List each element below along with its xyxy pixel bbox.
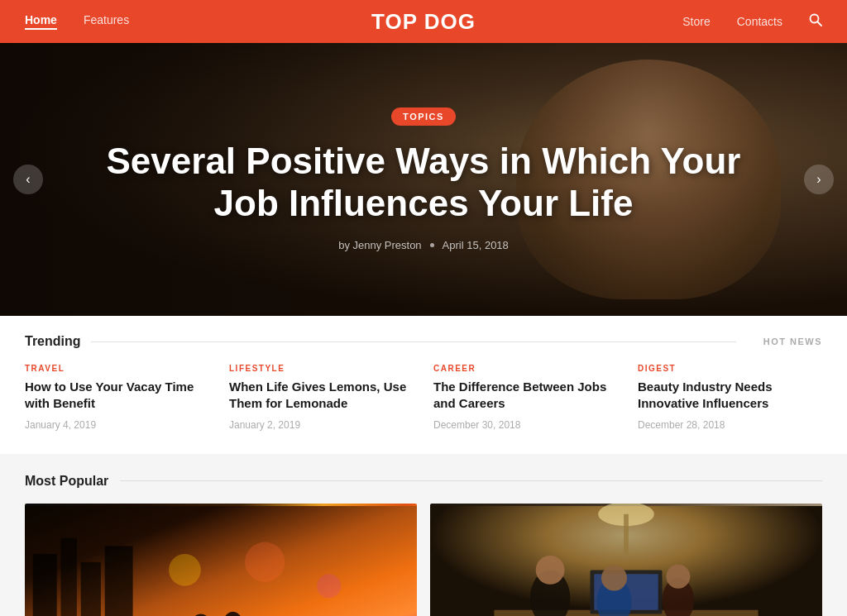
hero-next-icon: › — [816, 172, 821, 187]
trending-category-3: DIGEST — [638, 364, 822, 373]
svg-point-9 — [317, 574, 341, 598]
svg-rect-4 — [61, 537, 77, 616]
trending-card-1[interactable]: LIFESTYLE When Life Gives Lemons, Use Th… — [229, 364, 414, 431]
most-popular-title: Most Popular — [25, 474, 108, 489]
svg-point-22 — [536, 555, 565, 584]
trending-date-1: January 2, 2019 — [229, 419, 414, 431]
trending-title-2: The Difference Between Jobs and Careers — [433, 379, 618, 413]
hero-prev-button[interactable]: ‹ — [13, 165, 43, 194]
trending-date-2: December 30, 2018 — [433, 419, 618, 431]
svg-rect-5 — [81, 561, 101, 616]
trending-card-2[interactable]: CAREER The Difference Between Jobs and C… — [433, 364, 618, 431]
nav-left: Home Features — [25, 13, 129, 30]
svg-rect-3 — [33, 554, 57, 616]
popular-card-0[interactable] — [25, 504, 417, 617]
popular-card-1[interactable] — [430, 504, 822, 617]
header: Home Features TOP DOG Store Contacts — [0, 0, 847, 43]
svg-rect-6 — [105, 546, 133, 616]
svg-point-8 — [245, 542, 285, 581]
hero-author: by Jenny Preston — [338, 239, 421, 251]
popular-card-image-1 — [430, 504, 822, 617]
trending-date-3: December 28, 2018 — [638, 419, 822, 431]
hero-content: TOPICS Several Positive Ways in Which Yo… — [0, 43, 847, 316]
search-icon[interactable] — [809, 13, 822, 31]
hero-badge[interactable]: TOPICS — [391, 107, 456, 126]
hero-next-button[interactable]: › — [804, 165, 834, 194]
site-logo[interactable]: TOP DOG — [371, 9, 476, 35]
trending-title-3: Beauty Industry Needs Innovative Influen… — [638, 379, 822, 413]
hero-section: TOPICS Several Positive Ways in Which Yo… — [0, 43, 847, 316]
popular-grid — [25, 504, 822, 617]
most-popular-divider — [120, 480, 822, 481]
nav-contacts[interactable]: Contacts — [737, 15, 782, 28]
nav-features[interactable]: Features — [84, 13, 129, 30]
svg-point-26 — [666, 564, 690, 588]
most-popular-header: Most Popular — [25, 474, 822, 489]
trending-card-0[interactable]: TRAVEL How to Use Your Vacay Time with B… — [25, 364, 209, 431]
trending-title: Trending — [25, 334, 736, 349]
hero-prev-icon: ‹ — [26, 172, 30, 187]
popular-card-image-0 — [25, 504, 417, 617]
most-popular-section: Most Popular — [0, 454, 847, 617]
nav-right: Store Contacts — [682, 13, 822, 31]
trending-category-2: CAREER — [433, 364, 618, 373]
hot-news-label[interactable]: HOT NEWS — [763, 337, 822, 346]
trending-card-3[interactable]: DIGEST Beauty Industry Needs Innovative … — [638, 364, 822, 431]
trending-title-0: How to Use Your Vacay Time with Benefit — [25, 379, 209, 413]
svg-rect-17 — [624, 513, 629, 553]
trending-date-0: January 4, 2019 — [25, 419, 209, 431]
trending-title-1: When Life Gives Lemons, Use Them for Lem… — [229, 379, 414, 413]
hero-title: Several Positive Ways in Which Your Job … — [99, 141, 748, 224]
svg-point-24 — [601, 565, 627, 590]
trending-grid: TRAVEL How to Use Your Vacay Time with B… — [25, 364, 822, 431]
trending-section: Trending HOT NEWS TRAVEL How to Use Your… — [0, 316, 847, 454]
hero-meta: by Jenny Preston April 15, 2018 — [338, 239, 509, 251]
svg-line-1 — [818, 21, 822, 26]
hero-meta-dot — [430, 243, 434, 247]
nav-home[interactable]: Home — [25, 13, 57, 30]
trending-category-1: LIFESTYLE — [229, 364, 414, 373]
trending-title-text: Trending — [25, 334, 81, 349]
nav-store[interactable]: Store — [682, 15, 710, 28]
trending-category-0: TRAVEL — [25, 364, 209, 373]
hero-date: April 15, 2018 — [443, 239, 509, 251]
trending-header: Trending HOT NEWS — [25, 334, 822, 349]
svg-point-7 — [169, 554, 201, 586]
